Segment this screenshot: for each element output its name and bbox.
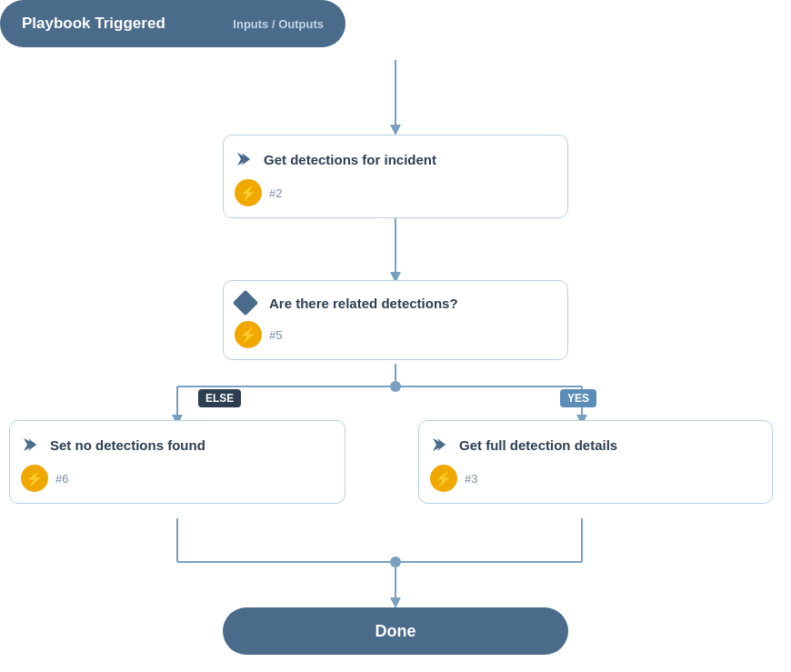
task-node-2[interactable]: Get detections for incident ⚡ #2 (223, 135, 568, 218)
task-num-node2: #2 (269, 186, 282, 200)
task-title-node5: Are there related detections? (269, 296, 458, 311)
lightning-icon-node2: ⚡ (235, 179, 262, 206)
diamond-icon (233, 290, 258, 316)
condition-node-5[interactable]: Are there related detections? ⚡ #5 (223, 280, 568, 360)
task-node-6[interactable]: Set no detections found ⚡ #6 (9, 420, 345, 504)
task-title-node6: Set no detections found (50, 437, 205, 453)
done-label: Done (375, 622, 416, 641)
lightning-icon-node5: ⚡ (235, 321, 262, 348)
io-link[interactable]: Inputs / Outputs (233, 17, 324, 31)
task-type-icon-3 (428, 434, 450, 456)
yes-label: YES (560, 389, 596, 407)
task-title-node3: Get full detection details (459, 437, 617, 453)
task-title-node2: Get detections for incident (264, 152, 436, 167)
task-node-3[interactable]: Get full detection details ⚡ #3 (418, 420, 773, 504)
trigger-node[interactable]: Playbook Triggered Inputs / Outputs (0, 0, 345, 47)
task-num-node6: #6 (55, 472, 68, 486)
else-label: ELSE (198, 389, 241, 407)
task-num-node3: #3 (465, 472, 477, 486)
svg-point-12 (390, 557, 401, 567)
svg-point-11 (390, 381, 401, 392)
lightning-icon-node3: ⚡ (430, 465, 457, 492)
task-num-node5: #5 (269, 328, 282, 342)
lightning-icon-node6: ⚡ (21, 465, 48, 492)
trigger-label: Playbook Triggered (22, 15, 165, 33)
task-type-icon (233, 148, 255, 170)
task-type-icon-6 (19, 434, 41, 456)
done-node[interactable]: Done (223, 607, 568, 655)
